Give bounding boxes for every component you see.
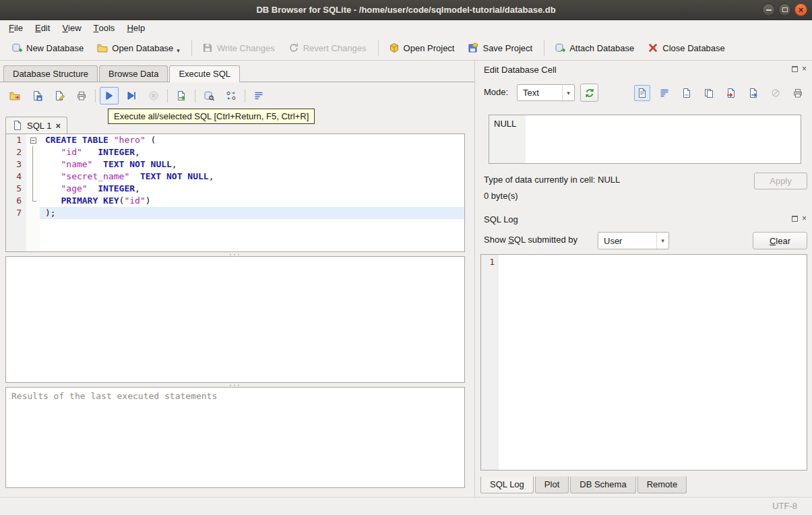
toolbar-open-project-button[interactable]: Open Project xyxy=(383,38,461,58)
dropdown-arrow-icon[interactable]: ▾ xyxy=(177,47,180,54)
menu-edit[interactable]: Edit xyxy=(29,20,56,36)
word-wrap-button[interactable] xyxy=(656,85,673,101)
execution-status-pane[interactable]: Results of the last executed statements xyxy=(5,387,465,488)
open-file-button[interactable] xyxy=(679,85,695,101)
close-button[interactable]: × xyxy=(794,3,807,16)
toolbar-save-project-button[interactable]: Save Project xyxy=(462,38,538,58)
line-number: 4 xyxy=(6,171,26,183)
titlebar[interactable]: DB Browser for SQLite - /home/user/code/… xyxy=(0,0,812,20)
toolbar-separator xyxy=(191,40,192,56)
stop-icon xyxy=(148,90,159,101)
close-sql-tab-icon[interactable]: × xyxy=(55,122,61,129)
sql-document-icon xyxy=(12,120,23,131)
editor-line-3[interactable]: 3 "name" TEXT NOT NULL, xyxy=(6,158,464,171)
close-database-icon xyxy=(648,42,658,53)
log-filter-combo[interactable]: User ▾ xyxy=(598,232,669,249)
editor-line-4[interactable]: 4 "secret_name" TEXT NOT NULL, xyxy=(6,171,464,183)
mode-combo-value: Text xyxy=(523,88,562,98)
export-csv-button[interactable] xyxy=(172,87,191,104)
mode-combo[interactable]: Text ▾ xyxy=(517,84,575,101)
right-dock-panel: Edit Database Cell × Mode: Text ▾ NULL T… xyxy=(474,61,812,497)
export-data-button[interactable] xyxy=(745,85,761,101)
menu-view[interactable]: View xyxy=(56,20,87,36)
save-sql-file-button[interactable] xyxy=(28,87,46,104)
sql-tab-bar: SQL 1 × xyxy=(5,116,67,133)
menu-help[interactable]: Help xyxy=(121,20,151,36)
query-results-grid[interactable] xyxy=(5,256,465,383)
save-project-icon xyxy=(468,42,478,53)
save-as-view-button[interactable] xyxy=(199,87,218,104)
editor-line-7[interactable]: 7); xyxy=(6,207,464,219)
attach-database-icon xyxy=(555,42,565,53)
toolbar-attach-database-button[interactable]: Attach Database xyxy=(549,38,640,58)
main-tab-bar: Database StructureBrowse DataExecute SQL xyxy=(0,64,474,82)
print-icon xyxy=(76,90,87,101)
editor-line-1[interactable]: 1−CREATE TABLE "hero" ( xyxy=(6,134,464,146)
mode-label: Mode: xyxy=(484,83,508,102)
word-wrap-button[interactable] xyxy=(249,87,268,104)
open-sql-file-button[interactable] xyxy=(5,87,24,104)
tab-browse-data[interactable]: Browse Data xyxy=(99,65,168,82)
menu-file[interactable]: File xyxy=(3,20,29,36)
code-text: "age" INTEGER, xyxy=(40,183,464,195)
execute-sql-page: Execute all/selected SQL [Ctrl+Return, F… xyxy=(0,82,474,492)
results-placeholder: Results of the last executed statements xyxy=(11,391,217,401)
execute-line-icon xyxy=(126,90,137,101)
print-icon xyxy=(792,88,803,98)
toolbar-button-label: Attach Database xyxy=(569,43,634,53)
find-replace-button[interactable] xyxy=(222,87,241,104)
copy-button[interactable] xyxy=(701,85,717,101)
execute-line-button[interactable] xyxy=(122,87,141,104)
edit-cell-title: Edit Database Cell xyxy=(484,63,557,77)
word-wrap-icon xyxy=(659,88,670,98)
toolbar-open-database-button[interactable]: Open Database▾ xyxy=(91,38,186,58)
save-sql-as-button[interactable] xyxy=(50,87,69,104)
maximize-button[interactable] xyxy=(778,3,791,16)
fold-collapse-icon[interactable]: − xyxy=(30,138,36,144)
cell-value-editor[interactable]: NULL xyxy=(489,115,801,164)
toolbar-button-label: Open Database xyxy=(112,43,173,53)
dock-tab-sql-log[interactable]: SQL Log xyxy=(480,477,534,493)
sql-editor[interactable]: 1−CREATE TABLE "hero" (2 "id" INTEGER,3 … xyxy=(5,133,465,252)
fold-margin[interactable]: − xyxy=(26,134,40,146)
dock-tab-remote[interactable]: Remote xyxy=(637,477,687,493)
execute-all-button[interactable] xyxy=(100,87,119,104)
dock-tab-bar: SQL LogPlotDB SchemaRemote xyxy=(480,477,688,493)
dock-float-icon[interactable] xyxy=(792,66,798,72)
editor-line-2[interactable]: 2 "id" INTEGER, xyxy=(6,146,464,158)
dock-close-icon[interactable]: × xyxy=(802,66,807,72)
print-button[interactable] xyxy=(72,87,91,104)
editor-line-6[interactable]: 6 PRIMARY KEY("id") xyxy=(6,195,464,207)
clear-button[interactable]: Clear xyxy=(753,232,807,249)
toolbar-button-label: Save Project xyxy=(482,43,532,53)
find-replace-icon xyxy=(226,90,237,101)
toolbar-button-label: Open Project xyxy=(404,43,455,53)
dock-close-icon[interactable]: × xyxy=(802,216,807,222)
tab-database-structure[interactable]: Database Structure xyxy=(3,65,98,82)
dock-tab-db-schema[interactable]: DB Schema xyxy=(570,477,635,493)
dock-float-icon[interactable] xyxy=(792,216,798,222)
toolbar-new-database-button[interactable]: New Database xyxy=(5,38,90,58)
minimize-button[interactable] xyxy=(762,3,775,16)
print-button[interactable] xyxy=(790,85,806,101)
code-text: PRIMARY KEY("id") xyxy=(40,195,464,207)
dock-tab-plot[interactable]: Plot xyxy=(535,477,569,493)
tab-execute-sql[interactable]: Execute SQL xyxy=(169,65,240,82)
edit-cell-dock-titlebar: Edit Database Cell × xyxy=(475,63,812,77)
minimize-icon xyxy=(766,9,772,11)
auto-switch-mode-button[interactable] xyxy=(580,84,598,102)
menu-tools[interactable]: Tools xyxy=(88,20,121,36)
sql-tab[interactable]: SQL 1 × xyxy=(5,117,67,133)
edit-cell-toolbar xyxy=(634,85,806,101)
sql-log-area[interactable]: 1 xyxy=(480,254,807,471)
line-number: 1 xyxy=(6,134,26,146)
import-data-button[interactable] xyxy=(723,85,739,101)
code-text: "secret_name" TEXT NOT NULL, xyxy=(40,171,464,183)
text-view-button[interactable] xyxy=(634,85,650,101)
app-window: DB Browser for SQLite - /home/user/code/… xyxy=(0,0,812,515)
editor-line-5[interactable]: 5 "age" INTEGER, xyxy=(6,183,464,195)
code-text: ); xyxy=(40,207,464,219)
line-number: 2 xyxy=(6,146,26,158)
export-data-icon xyxy=(748,88,759,98)
toolbar-close-database-button[interactable]: Close Database xyxy=(642,38,731,58)
